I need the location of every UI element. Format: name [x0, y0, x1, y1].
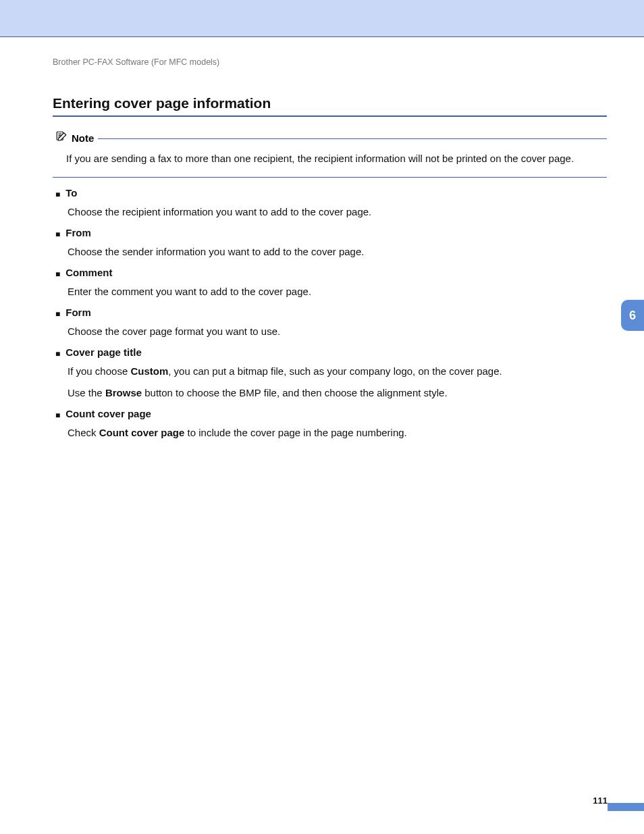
page-content: Brother PC-FAX Software (For MFC models)… — [0, 37, 644, 441]
item-title: Cover page title — [65, 346, 142, 358]
item-head: ■ Form — [55, 307, 607, 318]
text: , you can put a bitmap file, such as you… — [168, 365, 502, 377]
item-body: Choose the cover page format you want to… — [68, 323, 607, 340]
text: to include the cover page in the page nu… — [184, 427, 406, 438]
item-body: If you choose Custom, you can put a bitm… — [68, 363, 607, 401]
text: If you choose — [68, 365, 130, 377]
item-title: To — [65, 187, 77, 199]
note-block: Note If you are sending a fax to more th… — [53, 130, 607, 178]
item-form: ■ Form Choose the cover page format you … — [53, 307, 607, 340]
item-to: ■ To Choose the recipient information yo… — [53, 187, 607, 220]
chapter-tab: 6 — [621, 300, 644, 331]
item-cover-page-title: ■ Cover page title If you choose Custom,… — [53, 346, 607, 401]
item-title: Form — [65, 307, 91, 318]
item-head: ■ To — [55, 187, 607, 199]
text: Use the — [68, 387, 105, 398]
breadcrumb: Brother PC-FAX Software (For MFC models) — [53, 57, 607, 67]
bullet-icon: ■ — [55, 350, 60, 358]
item-body: Choose the sender information you want t… — [68, 244, 607, 260]
text: button to choose the BMP file, and then … — [142, 387, 448, 398]
bullet-icon: ■ — [55, 270, 60, 278]
item-from: ■ From Choose the sender information you… — [53, 227, 607, 260]
item-title: From — [65, 227, 91, 238]
item-title: Count cover page — [65, 408, 151, 419]
bold-browse: Browse — [105, 387, 142, 398]
section-title: Entering cover page information — [53, 95, 607, 111]
bullet-icon: ■ — [55, 411, 60, 419]
item-count-cover-page: ■ Count cover page Check Count cover pag… — [53, 408, 607, 441]
item-body: Enter the comment you want to add to the… — [68, 284, 607, 300]
item-head: ■ From — [55, 227, 607, 238]
page-number: 111 — [593, 796, 608, 806]
item-head: ■ Cover page title — [55, 346, 607, 358]
item-head: ■ Comment — [55, 267, 607, 278]
note-header-rule — [98, 138, 607, 139]
bold-custom: Custom — [130, 365, 168, 377]
items-list: ■ To Choose the recipient information yo… — [53, 187, 607, 441]
bullet-icon: ■ — [55, 230, 60, 238]
item-body: Check Count cover page to include the co… — [68, 425, 607, 441]
note-text: If you are sending a fax to more than on… — [66, 151, 607, 166]
item-head: ■ Count cover page — [55, 408, 607, 419]
note-label: Note — [72, 132, 94, 144]
item-comment: ■ Comment Enter the comment you want to … — [53, 267, 607, 300]
section-title-rule — [53, 115, 607, 117]
note-header: Note — [55, 130, 607, 145]
note-icon — [55, 130, 68, 145]
bullet-icon: ■ — [55, 310, 60, 318]
note-bottom-rule — [53, 177, 607, 178]
bold-count-cover-page: Count cover page — [99, 427, 185, 438]
item-title: Comment — [65, 267, 112, 278]
bullet-icon: ■ — [55, 190, 60, 199]
item-body: Choose the recipient information you wan… — [68, 204, 607, 220]
text: Check — [68, 427, 99, 438]
footer-accent — [608, 803, 644, 811]
top-band — [0, 0, 644, 36]
